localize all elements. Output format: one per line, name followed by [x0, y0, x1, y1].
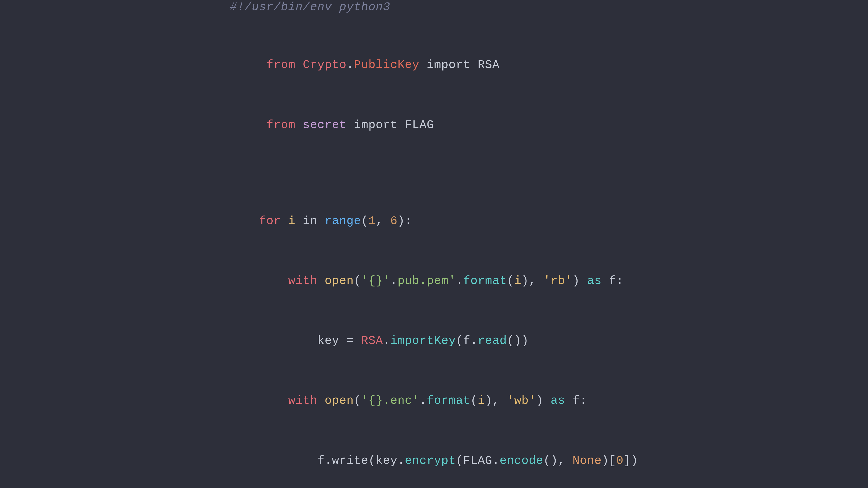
var-f-1: f [609, 274, 616, 288]
keyword-with-1: with [288, 274, 324, 288]
var-key: key [317, 334, 346, 348]
line-with2: with open('{}.enc'.format(i), 'wb') as f… [230, 371, 638, 431]
module-secret: secret [303, 119, 346, 132]
keyword-in: in [303, 215, 325, 228]
line-shebang: #!/usr/bin/env python3 [230, 0, 638, 17]
keyword-with-2: with [288, 394, 324, 408]
line-import-rsa: from Crypto.PublicKey import RSA [230, 35, 638, 95]
method-format-1: format [463, 274, 507, 288]
var-f-4: f [317, 454, 324, 467]
keyword-from-2: from [259, 119, 303, 132]
blank-line-3 [230, 173, 638, 191]
line-write: f.write(key.encrypt(FLAG.encode(), None)… [230, 431, 638, 488]
num-6: 6 [391, 215, 398, 228]
method-read: read [477, 334, 507, 348]
method-importkey: importKey [391, 334, 456, 348]
line-with1: with open('{}'.pub.pem'.format(i), 'rb')… [230, 251, 638, 311]
var-key-2: key [376, 454, 398, 467]
method-encrypt: encrypt [405, 454, 456, 467]
string-wb: 'wb' [507, 394, 536, 408]
line-for: for i in range(1, 6): [230, 191, 638, 251]
method-encode: encode [500, 454, 543, 467]
var-f-3: f [572, 394, 580, 408]
line-key-assign: key = RSA.importKey(f.read()) [230, 311, 638, 371]
var-i-1: i [288, 215, 303, 228]
code-block: #!/usr/bin/env python3 from Crypto.Publi… [207, 0, 661, 488]
string-rb: 'rb' [544, 274, 572, 288]
func-open-2: open [324, 394, 354, 408]
class-flag: FLAG [405, 119, 434, 132]
var-i-3: i [477, 394, 485, 408]
none-value: None [572, 454, 602, 467]
func-open-1: open [324, 274, 354, 288]
keyword-import-2: import [346, 119, 405, 132]
method-format-2: format [427, 394, 470, 408]
string-enc: '{}.enc' [361, 394, 420, 408]
blank-line-1 [230, 17, 638, 35]
num-1: 1 [368, 215, 376, 228]
keyword-as-2: as [544, 394, 572, 408]
string-pub-pem: '{}' [361, 274, 391, 288]
var-f-2: f [463, 334, 470, 348]
class-rsa-ref: RSA [361, 334, 383, 348]
module-publickey: PublicKey [354, 58, 419, 72]
func-range: range [324, 215, 361, 228]
blank-line-2 [230, 155, 638, 173]
var-i-2: i [514, 274, 522, 288]
string-pub-pem-2: pub.pem' [398, 274, 456, 288]
keyword-for: for [259, 215, 288, 228]
keyword-import-1: import [419, 58, 477, 72]
module-crypto: Crypto [303, 58, 346, 72]
keyword-from-1: from [259, 58, 303, 72]
method-write: write [332, 454, 368, 467]
num-0: 0 [616, 454, 623, 467]
class-rsa: RSA [477, 58, 500, 72]
keyword-as-1: as [580, 274, 609, 288]
line-import-flag: from secret import FLAG [230, 95, 638, 155]
class-flag-2: FLAG [463, 454, 492, 467]
